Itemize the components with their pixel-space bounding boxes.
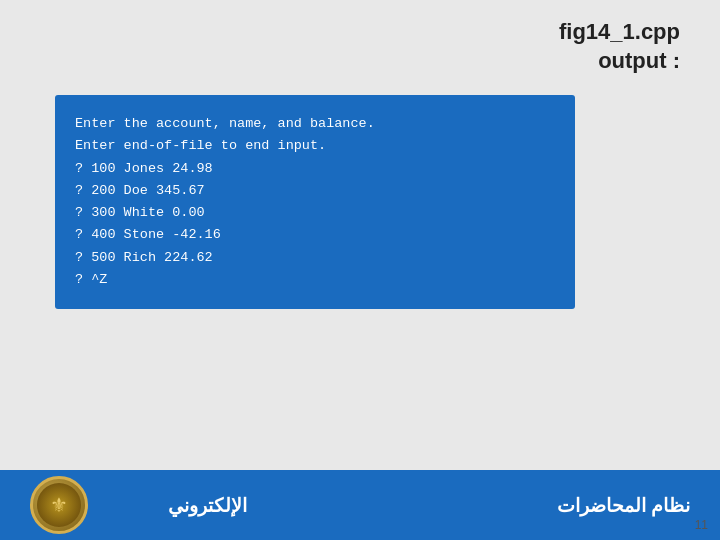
title-area: fig14_1.cpp output : bbox=[559, 18, 680, 75]
page: fig14_1.cpp output : Enter the account, … bbox=[0, 0, 720, 540]
terminal-box: Enter the account, name, and balance. En… bbox=[55, 95, 575, 309]
logo: ⚜ bbox=[30, 476, 88, 534]
title-line1: fig14_1.cpp bbox=[559, 18, 680, 47]
bottom-bar: ⚜ الإلكتروني نظام المحاضرات bbox=[0, 470, 720, 540]
title-line2: output : bbox=[559, 47, 680, 76]
arabic-label-right: نظام المحاضرات bbox=[557, 494, 690, 517]
logo-inner: ⚜ bbox=[37, 483, 81, 527]
terminal-content: Enter the account, name, and balance. En… bbox=[75, 113, 555, 291]
arabic-label-left: الإلكتروني bbox=[168, 494, 247, 517]
logo-emblem: ⚜ bbox=[50, 493, 68, 517]
page-number: 11 bbox=[695, 518, 708, 532]
